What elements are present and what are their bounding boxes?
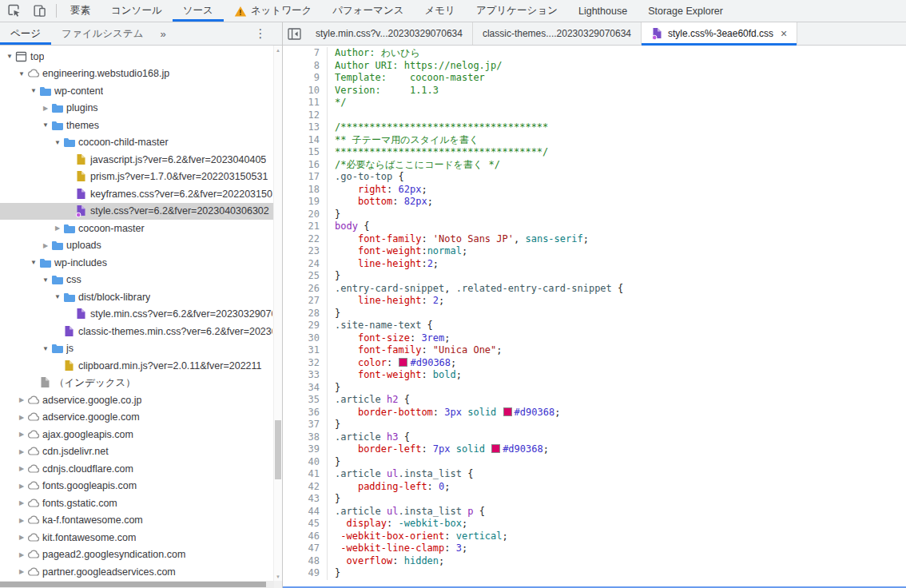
line-number[interactable]: 8 xyxy=(283,60,328,73)
hide-navigator-icon[interactable] xyxy=(283,22,306,45)
code-line[interactable]: 31 font-family: "Unica One"; xyxy=(283,344,906,357)
toolbar-tab-performance[interactable]: パフォーマンス xyxy=(322,0,414,22)
line-number[interactable]: 17 xyxy=(283,171,328,184)
line-number[interactable]: 43 xyxy=(283,493,328,506)
line-number[interactable]: 44 xyxy=(283,506,328,518)
code-line[interactable]: 30 font-size: 3rem; xyxy=(283,332,906,345)
tree-item[interactable]: ▼css xyxy=(0,272,282,289)
tree-item[interactable]: ▶cdnjs.cloudflare.com xyxy=(0,460,282,478)
code-line[interactable]: 41.article ul.insta_list { xyxy=(283,468,906,481)
code-line[interactable]: 13/************************************ xyxy=(283,121,906,134)
collapsed-arrow-icon[interactable]: ▶ xyxy=(16,568,27,575)
line-number[interactable]: 46 xyxy=(283,530,328,543)
code-line[interactable]: 25} xyxy=(283,270,906,283)
toolbar-tab-application[interactable]: アプリケーション xyxy=(466,0,568,22)
tab-overflow-chevron-icon[interactable]: » xyxy=(153,22,172,45)
collapsed-arrow-icon[interactable]: ▶ xyxy=(16,499,27,507)
color-swatch[interactable] xyxy=(503,407,512,416)
line-number[interactable]: 20 xyxy=(283,209,328,221)
scroll-down-arrow-icon[interactable]: ▼ xyxy=(274,572,282,581)
code-line[interactable]: 39 border-left: 7px solid #d90368; xyxy=(283,443,906,456)
vertical-scrollbar-thumb[interactable] xyxy=(275,420,281,479)
line-number[interactable]: 39 xyxy=(283,443,328,456)
toolbar-tab-memory[interactable]: メモリ xyxy=(415,0,466,22)
code-line[interactable]: 34} xyxy=(283,382,906,395)
code-line[interactable]: 8Author URI: https://nelog.jp/ xyxy=(283,60,906,73)
code-line[interactable]: 19 bottom: 82px; xyxy=(283,196,906,209)
color-swatch[interactable] xyxy=(399,358,407,367)
tree-item[interactable]: clipboard.min.js?ver=2.0.11&fver=202211 xyxy=(0,357,282,375)
expanded-arrow-icon[interactable]: ▼ xyxy=(40,276,51,284)
code-line[interactable]: 44.article ul.insta_list p { xyxy=(283,506,906,518)
tree-item[interactable]: style.css?ver=6.2&fver=2023040306302 xyxy=(0,203,282,220)
line-number[interactable]: 34 xyxy=(283,382,328,395)
line-number[interactable]: 45 xyxy=(283,518,328,530)
line-number[interactable]: 12 xyxy=(283,109,328,122)
horizontal-scrollbar-thumb[interactable] xyxy=(0,582,266,587)
code-line[interactable]: 48 overflow: hidden; xyxy=(283,555,906,568)
code-line[interactable]: 20} xyxy=(283,209,906,221)
editor-tab-style-css[interactable]: style.css%-3eae60fd.css× xyxy=(642,22,797,45)
line-number[interactable]: 26 xyxy=(283,283,328,296)
code-line[interactable]: 40} xyxy=(283,456,906,469)
tree-item[interactable]: ▼engineering.webstudio168.jp xyxy=(0,66,282,83)
line-number[interactable]: 37 xyxy=(283,419,328,431)
tree-item[interactable]: ▶ajax.googleapis.com xyxy=(0,426,282,443)
editor-tab-classic-themes[interactable]: classic-themes....20230329070634 xyxy=(473,22,642,45)
tree-horizontal-scrollbar[interactable] xyxy=(0,581,274,588)
tree-vertical-scrollbar[interactable]: ▲ ▼ xyxy=(273,46,282,581)
code-line[interactable]: 33 font-weight: bold; xyxy=(283,369,906,382)
line-number[interactable]: 38 xyxy=(283,431,328,444)
line-number[interactable]: 40 xyxy=(283,456,328,469)
line-number[interactable]: 21 xyxy=(283,220,328,233)
code-line[interactable]: 22 font-family: 'Noto Sans JP', sans-ser… xyxy=(283,233,906,246)
code-line[interactable]: 45 display: -webkit-box; xyxy=(283,518,906,530)
collapsed-arrow-icon[interactable]: ▶ xyxy=(16,396,27,403)
expanded-arrow-icon[interactable]: ▼ xyxy=(52,293,63,300)
code-line[interactable]: 32 color: #d90368; xyxy=(283,357,906,370)
code-line[interactable]: 18 right: 62px; xyxy=(283,184,906,197)
tree-item[interactable]: ▶ka-f.fontawesome.com xyxy=(0,512,282,530)
code-line[interactable]: 17.go-to-top { xyxy=(283,171,906,184)
collapsed-arrow-icon[interactable]: ▶ xyxy=(16,414,27,421)
expanded-arrow-icon[interactable]: ▼ xyxy=(40,121,51,129)
code-line[interactable]: 11*/ xyxy=(283,97,906,109)
code-line[interactable]: 23 font-weight:normal; xyxy=(283,245,906,258)
toolbar-tab-console[interactable]: コンソール xyxy=(101,0,173,22)
collapsed-arrow-icon[interactable]: ▶ xyxy=(40,242,51,249)
code-line[interactable]: 38.article h3 { xyxy=(283,431,906,444)
expanded-arrow-icon[interactable]: ▼ xyxy=(40,345,51,352)
line-number[interactable]: 29 xyxy=(283,320,328,332)
code-line[interactable]: 46 -webkit-box-orient: vertical; xyxy=(283,530,906,543)
code-line[interactable]: 12 xyxy=(283,109,906,122)
expanded-arrow-icon[interactable]: ▼ xyxy=(28,259,39,266)
code-line[interactable]: 21body { xyxy=(283,220,906,233)
tree-item[interactable]: ▼js xyxy=(0,340,282,358)
expanded-arrow-icon[interactable]: ▼ xyxy=(16,70,27,77)
tree-item[interactable]: ▶cocoon-master xyxy=(0,220,282,237)
collapsed-arrow-icon[interactable]: ▶ xyxy=(16,465,27,472)
line-number[interactable]: 24 xyxy=(283,258,328,271)
expanded-arrow-icon[interactable]: ▼ xyxy=(4,53,15,60)
more-options-icon[interactable]: ⋮ xyxy=(252,22,269,45)
line-number[interactable]: 49 xyxy=(283,567,328,580)
line-number[interactable]: 10 xyxy=(283,85,328,97)
collapsed-arrow-icon[interactable]: ▶ xyxy=(40,105,51,112)
collapsed-arrow-icon[interactable]: ▶ xyxy=(16,448,27,455)
code-editor[interactable]: 7Author: わいひら8Author URI: https://nelog.… xyxy=(283,46,906,588)
collapsed-arrow-icon[interactable]: ▶ xyxy=(16,517,27,524)
collapsed-arrow-icon[interactable]: ▶ xyxy=(16,534,27,541)
line-number[interactable]: 47 xyxy=(283,542,328,555)
code-line[interactable]: 36 border-bottom: 3px solid #d90368; xyxy=(283,407,906,419)
code-line[interactable]: 35.article h2 { xyxy=(283,394,906,407)
line-number[interactable]: 9 xyxy=(283,72,328,85)
tree-item[interactable]: （インデックス） xyxy=(0,375,282,392)
code-line[interactable]: 28} xyxy=(283,308,906,320)
editor-tab-style-min-css[interactable]: style.min.css?v...20230329070634 xyxy=(306,22,473,45)
collapsed-arrow-icon[interactable]: ▶ xyxy=(16,483,27,490)
line-number[interactable]: 16 xyxy=(283,159,328,172)
line-number[interactable]: 14 xyxy=(283,134,328,147)
tree-item[interactable]: ▶adservice.google.co.jp xyxy=(0,391,282,409)
tree-item[interactable]: ▼dist/block-library xyxy=(0,288,282,306)
tree-item[interactable]: ▶cdn.jsdelivr.net xyxy=(0,443,282,461)
